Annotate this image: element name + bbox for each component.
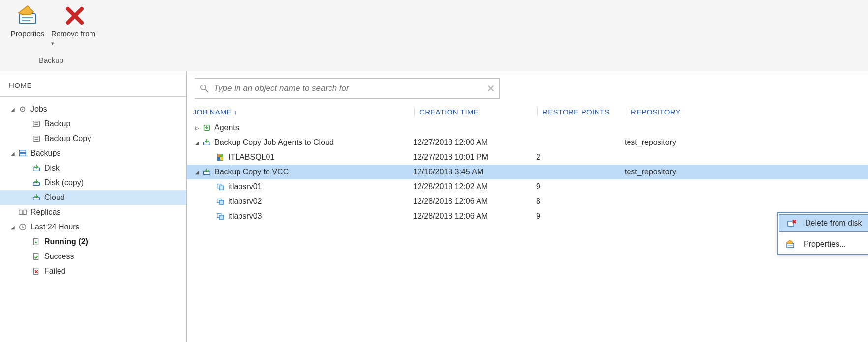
- table-row[interactable]: itlabsrv0112/28/2018 12:02 AM9: [187, 179, 868, 194]
- row-name: Agents: [214, 123, 239, 132]
- search-input[interactable]: [213, 83, 486, 94]
- sidebar-item-running-2-[interactable]: Running (2): [0, 234, 186, 249]
- ribbon-group-label: Backup: [4, 56, 98, 64]
- table-row[interactable]: itlabsrv0312/28/2018 12:06 AM9: [187, 209, 868, 224]
- ctx-separator: [781, 233, 868, 233]
- sidebar-item-label: Replicas: [30, 208, 181, 217]
- svg-rect-13: [20, 150, 26, 153]
- vm-icon: [215, 197, 225, 206]
- row-name: itlabsrv02: [228, 197, 262, 206]
- row-creation-time: 12/27/2018 10:01 PM: [408, 153, 531, 162]
- table-row[interactable]: ◢Backup Copy to VCC12/16/2018 3:45 AMtes…: [187, 165, 868, 179]
- sidebar-item-label: Success: [44, 252, 181, 261]
- remove-icon: [63, 4, 87, 28]
- sidebar-item-backup-copy[interactable]: Backup Copy: [0, 131, 186, 146]
- ctx-properties[interactable]: Properties...: [778, 234, 868, 254]
- expander-icon: [23, 135, 30, 142]
- sidebar-item-label: Running (2): [44, 237, 181, 246]
- context-menu: Delete from disk Properties...: [777, 212, 868, 255]
- expander-icon: [23, 267, 30, 275]
- sidebar-item-backups[interactable]: ◢Backups: [0, 146, 186, 161]
- clock-icon: [18, 222, 28, 232]
- table-row[interactable]: ◢Backup Copy Job Agents to Cloud12/27/20…: [187, 135, 868, 150]
- search-box[interactable]: [195, 78, 500, 99]
- row-creation-time: 12/28/2018 12:06 AM: [408, 212, 531, 221]
- search-icon: [199, 84, 209, 93]
- svg-rect-35: [218, 157, 220, 160]
- row-restore-points: 2: [531, 153, 620, 162]
- sidebar-item-label: Cloud: [44, 193, 181, 202]
- failed-icon: [31, 266, 41, 276]
- vm-icon: [215, 211, 225, 221]
- expander-icon: [23, 120, 30, 128]
- sidebar-item-label: Disk (copy): [44, 178, 181, 187]
- expander-icon[interactable]: ◢: [9, 223, 17, 231]
- svg-rect-8: [34, 122, 38, 123]
- server-sql-icon: [215, 152, 225, 162]
- replicas-icon: [18, 207, 28, 217]
- grid-header: JOB NAME↑ CREATION TIME RESTORE POINTS R…: [187, 103, 868, 120]
- sort-asc-icon: ↑: [234, 109, 237, 116]
- clear-search-icon[interactable]: [486, 84, 495, 93]
- sidebar-item-disk[interactable]: Disk: [0, 161, 186, 175]
- col-job[interactable]: JOB NAME↑: [193, 108, 414, 116]
- properties-button[interactable]: Properties: [4, 2, 51, 56]
- expander-icon: [23, 253, 30, 260]
- properties-label: Properties: [11, 29, 44, 38]
- remove-from-button[interactable]: Remove from ▾: [51, 2, 98, 56]
- row-name: itlabsrv03: [228, 212, 262, 221]
- svg-rect-36: [220, 157, 223, 160]
- col-creation[interactable]: CREATION TIME: [414, 108, 537, 116]
- agents-icon: [202, 123, 211, 133]
- sidebar-item-last-24-hours[interactable]: ◢Last 24 Hours: [0, 220, 186, 234]
- svg-rect-44: [788, 221, 794, 226]
- sidebar-item-label: Jobs: [30, 105, 181, 114]
- svg-rect-11: [34, 137, 38, 138]
- table-row[interactable]: ▷Agents: [187, 120, 868, 135]
- expander-icon[interactable]: ◢: [9, 105, 17, 113]
- running-icon: [31, 237, 41, 247]
- sidebar-item-backup[interactable]: Backup: [0, 116, 186, 131]
- row-expander-icon[interactable]: ◢: [193, 140, 202, 145]
- svg-rect-12: [34, 139, 38, 140]
- row-restore-points: 9: [531, 182, 620, 191]
- row-repository: test_repository: [620, 138, 868, 147]
- sidebar-item-success[interactable]: Success: [0, 249, 186, 264]
- svg-rect-43: [219, 215, 223, 219]
- sidebar-item-replicas[interactable]: Replicas: [0, 205, 186, 220]
- expander-icon[interactable]: ◢: [9, 149, 17, 157]
- row-name: itlabsrv01: [228, 182, 262, 191]
- svg-rect-9: [34, 124, 38, 125]
- sidebar-item-failed[interactable]: Failed: [0, 264, 186, 279]
- svg-rect-41: [219, 200, 223, 204]
- table-row[interactable]: itlabsrv0212/28/2018 12:06 AM8: [187, 194, 868, 209]
- sidebar-item-cloud[interactable]: Cloud: [0, 190, 186, 205]
- cloud-icon: [31, 193, 41, 202]
- disk-icon: [31, 163, 41, 173]
- row-expander-icon[interactable]: ▷: [193, 125, 202, 131]
- sidebar-item-label: Disk: [44, 164, 181, 172]
- gear-icon: [18, 104, 28, 114]
- table-row[interactable]: ITLABSQL0112/27/2018 10:01 PM2: [187, 150, 868, 165]
- backup-copy-job-icon: [31, 134, 41, 143]
- backup-copy-icon: [202, 167, 211, 177]
- row-expander-icon[interactable]: ◢: [193, 170, 202, 175]
- row-restore-points: 9: [531, 212, 620, 221]
- delete-disk-icon: [785, 218, 798, 228]
- expander-icon: [23, 179, 30, 187]
- sidebar-item-jobs[interactable]: ◢Jobs: [0, 102, 186, 116]
- row-name: ITLABSQL01: [228, 153, 274, 162]
- svg-rect-7: [33, 121, 40, 127]
- row-restore-points: 8: [531, 197, 620, 206]
- sidebar-item-label: Backup: [44, 119, 181, 128]
- ctx-delete-from-disk[interactable]: Delete from disk: [779, 214, 868, 232]
- svg-rect-10: [33, 136, 40, 142]
- svg-point-26: [201, 85, 206, 90]
- vm-icon: [215, 182, 225, 192]
- sidebar-item-disk-copy-[interactable]: Disk (copy): [0, 175, 186, 190]
- col-repo[interactable]: REPOSITORY: [626, 108, 868, 116]
- remove-label: Remove from ▾: [51, 29, 98, 47]
- col-restore[interactable]: RESTORE POINTS: [537, 108, 626, 116]
- sidebar-item-label: Last 24 Hours: [30, 223, 181, 231]
- row-creation-time: 12/27/2018 12:00 AM: [408, 138, 531, 147]
